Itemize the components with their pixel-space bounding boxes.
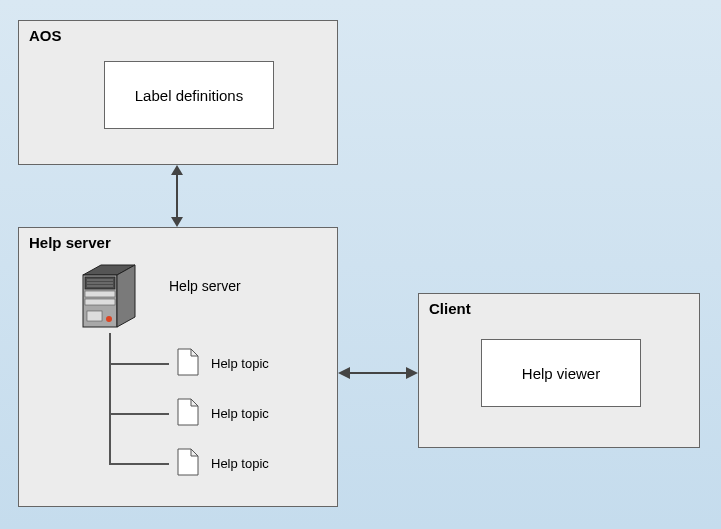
document-icon: [177, 448, 199, 476]
help-server-label: Help server: [169, 278, 241, 294]
client-group: Client Help viewer: [418, 293, 700, 448]
tree-hline-1: [109, 363, 169, 365]
help-viewer-text: Help viewer: [522, 365, 600, 382]
help-viewer-box: Help viewer: [481, 339, 641, 407]
document-icon: [177, 398, 199, 426]
server-icon: [79, 263, 139, 333]
tree-vline: [109, 333, 111, 463]
help-server-group-title: Help server: [29, 234, 111, 251]
arrow-aos-helpserver: [167, 165, 187, 227]
aos-group: AOS Label definitions: [18, 20, 338, 165]
svg-marker-1: [171, 165, 183, 175]
svg-marker-22: [406, 367, 418, 379]
svg-rect-10: [85, 291, 115, 297]
diagram-canvas: AOS Label definitions Help server: [0, 0, 721, 529]
tree-hline-2: [109, 413, 169, 415]
document-icon: [177, 348, 199, 376]
label-definitions-box: Label definitions: [104, 61, 274, 129]
svg-marker-15: [191, 349, 198, 356]
help-topic-3-label: Help topic: [211, 456, 269, 471]
svg-rect-11: [85, 299, 115, 305]
svg-marker-5: [117, 265, 135, 327]
svg-marker-2: [171, 217, 183, 227]
svg-marker-17: [191, 399, 198, 406]
label-definitions-text: Label definitions: [135, 87, 243, 104]
svg-rect-12: [87, 311, 102, 321]
aos-title: AOS: [29, 27, 62, 44]
help-server-group: Help server Help server: [18, 227, 338, 507]
help-topic-2-label: Help topic: [211, 406, 269, 421]
svg-point-13: [106, 316, 112, 322]
client-title: Client: [429, 300, 471, 317]
help-topic-1-label: Help topic: [211, 356, 269, 371]
arrow-helpserver-client: [338, 363, 418, 383]
svg-marker-21: [338, 367, 350, 379]
tree-hline-3: [109, 463, 169, 465]
svg-marker-19: [191, 449, 198, 456]
